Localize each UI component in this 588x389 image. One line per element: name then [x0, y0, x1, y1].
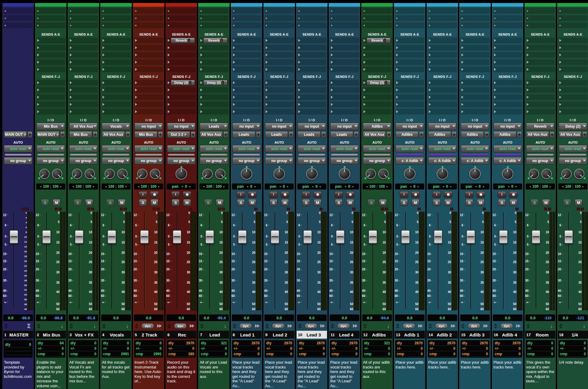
send-slot[interactable]: [493, 101, 522, 107]
mute-button[interactable]: M: [314, 199, 321, 206]
track-comment[interactable]: Place your adlib tracks here.: [459, 359, 491, 389]
send-slot[interactable]: [199, 87, 229, 93]
send-slot[interactable]: [525, 94, 555, 100]
group-selector[interactable]: no group: [37, 157, 65, 164]
input-monitor-button[interactable]: I: [269, 191, 278, 198]
send-slot[interactable]: [460, 52, 490, 58]
insert-slot[interactable]: [558, 22, 588, 28]
view-toggle-arrows[interactable]: [396, 324, 399, 329]
insert-slot[interactable]: [134, 15, 163, 21]
send-slot[interactable]: [460, 87, 490, 93]
input-selector[interactable]: Vocals: [102, 123, 130, 130]
send-slot[interactable]: [134, 87, 163, 93]
send-slot[interactable]: [558, 94, 588, 100]
insert-slot[interactable]: [428, 15, 457, 21]
output-fader-icon[interactable]: [191, 131, 195, 138]
automation-mode-selector[interactable]: auto read: [298, 145, 326, 152]
track-comment[interactable]: Place your adlib tracks here.: [427, 359, 458, 389]
track-name[interactable]: 17Room: [525, 331, 555, 339]
group-selector[interactable]: no group: [526, 157, 554, 164]
pan-readout[interactable]: ◄100|100►: [558, 183, 587, 190]
view-toggle-arrows[interactable]: [331, 324, 334, 329]
volume-readout[interactable]: 0.0: [428, 316, 457, 320]
send-slot[interactable]: [493, 66, 522, 72]
send-slot[interactable]: [36, 37, 66, 43]
send-slot[interactable]: [297, 109, 327, 115]
send-slot[interactable]: [264, 37, 294, 43]
send-slot[interactable]: [134, 37, 163, 43]
output-selector[interactable]: Adlibs: [396, 131, 418, 138]
send-slot[interactable]: [199, 101, 229, 107]
send-slot[interactable]: [264, 101, 294, 107]
pan-knob[interactable]: [137, 169, 147, 179]
fader-track[interactable]: [237, 211, 247, 313]
send-slot[interactable]: [362, 45, 392, 51]
volume-fader[interactable]: [499, 230, 508, 244]
send-slot[interactable]: [297, 45, 327, 51]
pan-readout[interactable]: ◄100|100►: [363, 183, 392, 190]
volume-fader[interactable]: [271, 230, 279, 244]
track-comment[interactable]: All of your Lead Vocals are routed to th…: [198, 359, 230, 389]
insert-slot[interactable]: [558, 15, 588, 21]
track-comment[interactable]: Place your lead vocal tracks here and th…: [231, 359, 262, 389]
fader-track[interactable]: [270, 211, 279, 313]
solo-button[interactable]: S: [41, 199, 49, 206]
send-slot[interactable]: [493, 45, 522, 51]
send-slot[interactable]: [101, 66, 131, 72]
automation-mode-selector[interactable]: auto read: [396, 145, 424, 152]
send-slot[interactable]: [199, 52, 229, 58]
send-slot[interactable]: [36, 101, 66, 107]
fader-track[interactable]: [139, 211, 149, 313]
send-slot[interactable]: Reverb: [199, 37, 229, 43]
automation-mode-selector[interactable]: auto read: [363, 145, 391, 152]
double-arrow-icon[interactable]: [288, 324, 293, 328]
solo-button[interactable]: S: [531, 199, 538, 206]
output-selector[interactable]: Mix Bus: [69, 131, 92, 138]
send-slot[interactable]: [493, 94, 522, 100]
pan-readout[interactable]: pan►0◄: [493, 183, 522, 190]
solo-button[interactable]: S: [563, 199, 571, 206]
input-selector[interactable]: no input: [461, 123, 489, 130]
view-toggle-arrows[interactable]: [37, 324, 40, 329]
send-slot[interactable]: [101, 52, 131, 58]
solo-button[interactable]: S: [204, 199, 212, 206]
group-selector[interactable]: no group: [265, 157, 293, 164]
send-slot[interactable]: [330, 87, 359, 93]
send-slot[interactable]: [264, 45, 294, 51]
pan-readout[interactable]: pan►0◄: [232, 183, 261, 190]
send-slot[interactable]: [69, 94, 98, 100]
send-slot[interactable]: [525, 66, 555, 72]
send-slot[interactable]: [330, 101, 359, 107]
send-slot[interactable]: [460, 37, 490, 43]
insert-slot[interactable]: [166, 15, 196, 21]
insert-slot[interactable]: [525, 8, 555, 14]
pan-knob[interactable]: [215, 169, 225, 179]
fader-track[interactable]: [205, 211, 214, 313]
send-slot[interactable]: [297, 59, 327, 65]
fader-track[interactable]: [368, 211, 377, 313]
volume-fader[interactable]: [401, 230, 410, 244]
insert-slot[interactable]: [199, 15, 229, 21]
volume-fader[interactable]: [303, 230, 312, 244]
send-slot[interactable]: [134, 45, 163, 51]
volume-fader[interactable]: [467, 230, 475, 244]
input-selector[interactable]: no input: [428, 123, 457, 130]
send-slot[interactable]: [362, 52, 392, 58]
mute-button[interactable]: M: [150, 199, 158, 206]
send-slot[interactable]: [330, 59, 359, 65]
track-comment[interactable]: This gives the vocal it's own space with…: [525, 359, 556, 389]
send-slot[interactable]: [330, 66, 359, 72]
send-slot[interactable]: [330, 94, 359, 100]
send-slot[interactable]: [330, 52, 359, 58]
send-button-delay[interactable]: Delay (2): [203, 80, 228, 85]
send-slot[interactable]: [558, 109, 588, 115]
insert-slot[interactable]: [297, 15, 327, 21]
fader-track[interactable]: [107, 211, 116, 313]
record-enable-button[interactable]: [248, 191, 257, 198]
input-selector[interactable]: Leads: [200, 123, 228, 130]
send-slot[interactable]: [558, 87, 588, 93]
volume-readout[interactable]: 0.0: [36, 316, 51, 320]
track-name[interactable]: 52 Track: [134, 331, 164, 339]
solo-button[interactable]: S: [74, 199, 82, 206]
group-selector[interactable]: c: A Adlib: [396, 157, 424, 164]
